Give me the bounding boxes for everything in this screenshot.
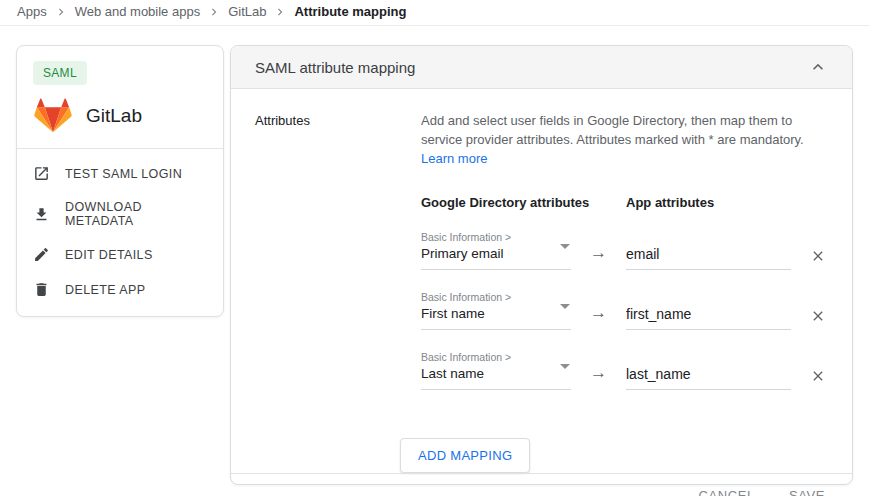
panel-title: SAML attribute mapping: [255, 59, 415, 76]
mapping-row: Basic Information > Primary email →: [421, 231, 828, 270]
dropdown-arrow-icon: [560, 304, 570, 309]
attribute-category: Basic Information >: [421, 231, 571, 244]
remove-mapping-button[interactable]: [810, 308, 826, 330]
app-attributes-header: App attributes: [626, 195, 714, 210]
arrow-right-icon: →: [571, 363, 626, 390]
open-in-new-icon: [33, 165, 50, 182]
remove-mapping-button[interactable]: [810, 368, 826, 390]
google-directory-attribute-select[interactable]: Basic Information > Primary email: [421, 231, 571, 270]
chevron-up-icon: [808, 57, 828, 77]
attribute-category: Basic Information >: [421, 291, 571, 304]
google-directory-attribute-select[interactable]: Basic Information > Last name: [421, 351, 571, 390]
panel-header[interactable]: SAML attribute mapping: [231, 46, 852, 89]
breadcrumb-gitlab[interactable]: GitLab: [228, 4, 266, 19]
close-icon: [810, 308, 826, 324]
edit-icon: [33, 246, 50, 263]
save-button[interactable]: SAVE: [789, 488, 825, 496]
menu-item-label: TEST SAML LOGIN: [65, 167, 182, 181]
app-summary-card: SAML GitLab TEST SAML LOGIN: [16, 45, 224, 317]
card-divider: [17, 148, 223, 149]
attributes-section-label: Attributes: [255, 111, 421, 473]
download-icon: [33, 206, 50, 223]
add-mapping-button[interactable]: ADD MAPPING: [400, 438, 530, 473]
arrow-right-icon: →: [571, 243, 626, 270]
breadcrumb: Apps Web and mobile apps GitLab Attribut…: [0, 0, 869, 26]
panel-footer: CANCEL SAVE: [231, 473, 852, 496]
attributes-description-text: Add and select user fields in Google Dir…: [421, 113, 804, 147]
breadcrumb-attribute-mapping: Attribute mapping: [294, 4, 406, 19]
chevron-right-icon: [54, 4, 68, 19]
attribute-value: Primary email: [421, 245, 571, 262]
chevron-right-icon: [207, 4, 221, 19]
cancel-button[interactable]: CANCEL: [699, 488, 755, 496]
app-attribute-input[interactable]: [626, 306, 791, 330]
menu-item-download-metadata[interactable]: DOWNLOAD METADATA: [33, 191, 207, 237]
page-content: SAML GitLab TEST SAML LOGIN: [0, 26, 869, 485]
menu-item-test-saml-login[interactable]: TEST SAML LOGIN: [33, 156, 207, 191]
app-identity: GitLab: [33, 97, 207, 134]
attribute-value: Last name: [421, 365, 571, 382]
chevron-right-icon: [273, 4, 287, 19]
mapping-row: Basic Information > First name →: [421, 291, 828, 330]
collapse-panel-button[interactable]: [808, 57, 828, 77]
learn-more-link[interactable]: Learn more: [421, 151, 487, 166]
close-icon: [810, 368, 826, 384]
attribute-category: Basic Information >: [421, 351, 571, 364]
menu-item-label: EDIT DETAILS: [65, 248, 153, 262]
dropdown-arrow-icon: [560, 364, 570, 369]
arrow-right-icon: →: [571, 303, 626, 330]
breadcrumb-apps[interactable]: Apps: [17, 4, 47, 19]
gitlab-logo-icon: [33, 97, 73, 134]
breadcrumb-web-and-mobile-apps[interactable]: Web and mobile apps: [75, 4, 201, 19]
attributes-section-content: Add and select user fields in Google Dir…: [421, 111, 828, 473]
close-icon: [810, 248, 826, 264]
attributes-description: Add and select user fields in Google Dir…: [421, 111, 828, 168]
menu-item-label: DELETE APP: [65, 283, 145, 297]
app-attribute-input[interactable]: [626, 246, 791, 270]
delete-icon: [33, 281, 50, 298]
google-directory-attribute-select[interactable]: Basic Information > First name: [421, 291, 571, 330]
panel-body: Attributes Add and select user fields in…: [231, 89, 852, 473]
app-attribute-input[interactable]: [626, 366, 791, 390]
google-directory-attributes-header: Google Directory attributes: [421, 195, 626, 210]
app-name: GitLab: [86, 105, 142, 127]
dropdown-arrow-icon: [560, 244, 570, 249]
remove-mapping-button[interactable]: [810, 248, 826, 270]
column-headers: Google Directory attributes App attribut…: [421, 195, 828, 210]
menu-item-delete-app[interactable]: DELETE APP: [33, 272, 207, 307]
mapping-row: Basic Information > Last name →: [421, 351, 828, 390]
saml-attribute-mapping-panel: SAML attribute mapping Attributes Add an…: [230, 45, 853, 485]
menu-item-edit-details[interactable]: EDIT DETAILS: [33, 237, 207, 272]
menu-item-label: DOWNLOAD METADATA: [65, 200, 207, 228]
attribute-value: First name: [421, 305, 571, 322]
saml-badge: SAML: [33, 61, 87, 85]
